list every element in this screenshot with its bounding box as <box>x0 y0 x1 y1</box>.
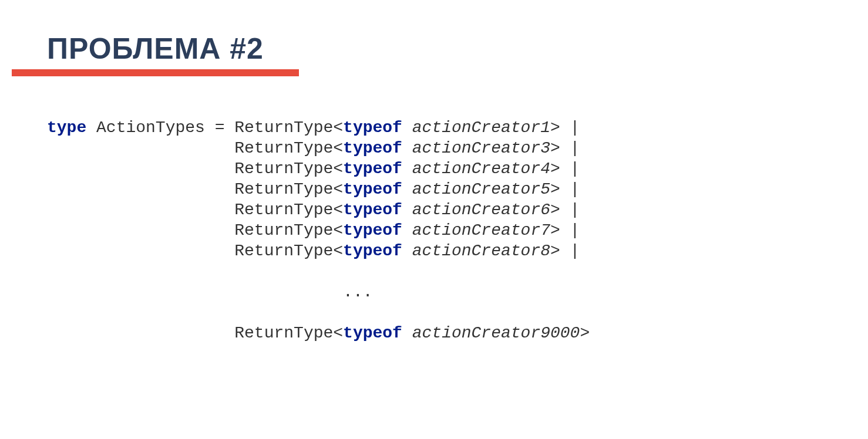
gt-close: > <box>580 324 590 342</box>
space <box>402 160 412 178</box>
title-underline <box>12 69 299 76</box>
keyword-typeof: typeof <box>343 139 402 157</box>
indent <box>47 139 234 157</box>
keyword-typeof: typeof <box>343 201 402 219</box>
short-indent <box>234 283 343 301</box>
gt-pipe: > | <box>550 119 580 137</box>
creator-7: actionCreator7 <box>412 221 550 239</box>
keyword-typeof: typeof <box>343 160 402 178</box>
gt-pipe: > | <box>550 242 580 260</box>
gt-pipe: > | <box>550 201 580 219</box>
title-block: ПРОБЛЕМА #2 <box>12 32 299 76</box>
slide-title: ПРОБЛЕМА #2 <box>12 32 299 69</box>
space <box>402 221 412 239</box>
creator-8: actionCreator8 <box>412 242 550 260</box>
indent <box>47 324 234 342</box>
space <box>402 139 412 157</box>
return-type-open: ReturnType< <box>234 160 343 178</box>
creator-5: actionCreator5 <box>412 180 550 198</box>
code-block: type ActionTypes = ReturnType<typeof act… <box>47 117 590 343</box>
gt-pipe: > | <box>550 139 580 157</box>
slide: ПРОБЛЕМА #2 type ActionTypes = ReturnTyp… <box>0 0 868 439</box>
return-type-open: ReturnType< <box>234 119 343 137</box>
creator-3: actionCreator3 <box>412 139 550 157</box>
return-type-open: ReturnType< <box>234 139 343 157</box>
return-type-open: ReturnType< <box>234 324 343 342</box>
return-type-open: ReturnType< <box>234 201 343 219</box>
indent <box>47 201 234 219</box>
indent <box>47 221 234 239</box>
keyword-typeof: typeof <box>343 221 402 239</box>
return-type-open: ReturnType< <box>234 242 343 260</box>
indent <box>47 283 234 301</box>
keyword-typeof: typeof <box>343 180 402 198</box>
indent <box>47 160 234 178</box>
indent <box>47 242 234 260</box>
space <box>402 242 412 260</box>
creator-last: actionCreator9000 <box>412 324 580 342</box>
return-type-open: ReturnType< <box>234 180 343 198</box>
creator-6: actionCreator6 <box>412 201 550 219</box>
keyword-typeof: typeof <box>343 119 402 137</box>
return-type-open: ReturnType< <box>234 221 343 239</box>
keyword-typeof: typeof <box>343 242 402 260</box>
decl-name: ActionTypes = <box>86 119 234 137</box>
indent <box>47 180 234 198</box>
creator-4: actionCreator4 <box>412 160 550 178</box>
keyword-typeof: typeof <box>343 324 402 342</box>
creator-1: actionCreator1 <box>412 119 550 137</box>
gt-pipe: > | <box>550 160 580 178</box>
space <box>402 324 412 342</box>
keyword-type: type <box>47 119 86 137</box>
space <box>402 180 412 198</box>
gt-pipe: > | <box>550 221 580 239</box>
gt-pipe: > | <box>550 180 580 198</box>
ellipsis: ... <box>343 283 372 301</box>
space <box>402 119 412 137</box>
space <box>402 201 412 219</box>
